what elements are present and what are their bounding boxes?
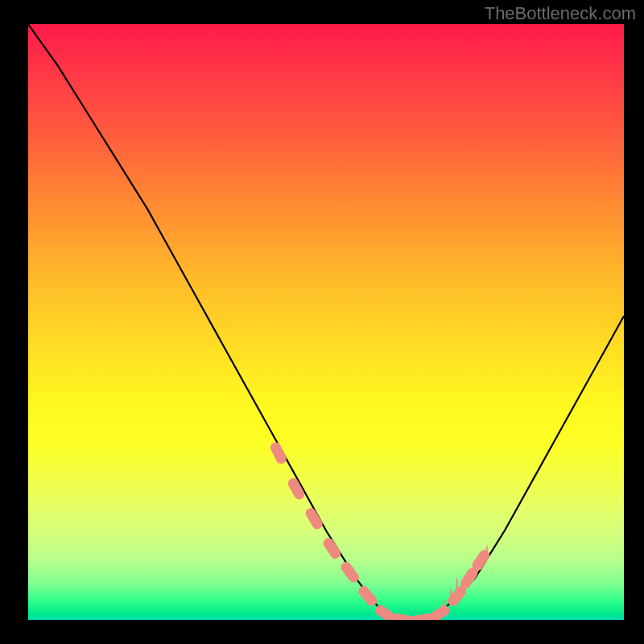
chart-svg <box>28 24 624 620</box>
watermark-text: TheBottleneck.com <box>485 3 636 24</box>
marker-band <box>269 440 492 620</box>
plot-area <box>28 24 624 620</box>
marker-pill <box>303 506 324 531</box>
bottleneck-curve <box>28 24 624 620</box>
marker-pill <box>269 440 288 465</box>
marker-pill <box>321 536 342 561</box>
